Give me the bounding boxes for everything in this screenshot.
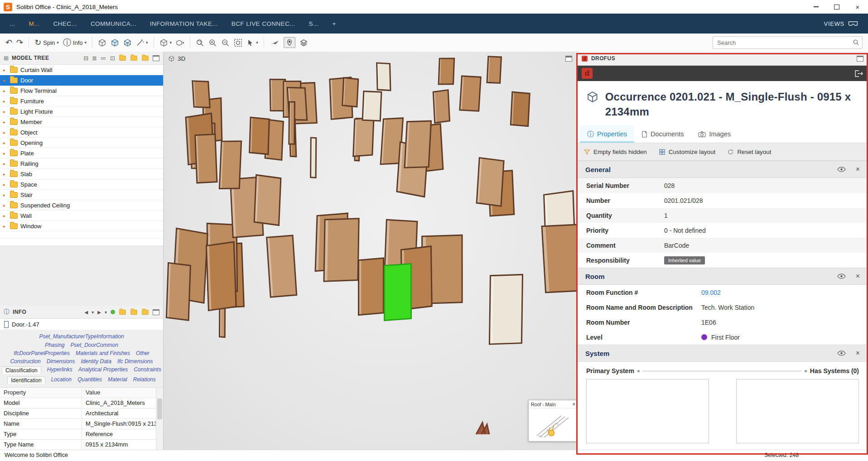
magic-select-button[interactable]: ▾ (136, 38, 148, 47)
menu-tab-communication[interactable]: COMMUNICA... (84, 20, 143, 27)
expand-arrow-icon[interactable]: ▸ (3, 182, 7, 187)
tree-item-opening[interactable]: ▸Opening (0, 138, 163, 148)
layers-button[interactable] (299, 38, 308, 47)
info-tab[interactable]: Pset_ManufacturerTypeInformation (39, 333, 124, 340)
tree-item-plate[interactable]: ▸Plate (0, 148, 163, 158)
roof-main-popup[interactable]: Roof - Main × (528, 400, 577, 442)
reset-layout-button[interactable]: Reset layout (727, 149, 771, 155)
views-button[interactable]: VIEWS (824, 20, 865, 27)
eye-icon[interactable] (837, 274, 846, 279)
prev-icon[interactable]: ◀ (85, 310, 88, 315)
empty-fields-hidden-toggle[interactable]: Empty fields hidden (583, 149, 647, 155)
table-row[interactable]: TypeReference (0, 429, 163, 440)
folder-tool-icon[interactable] (119, 55, 125, 60)
info-tab[interactable]: Relations (133, 376, 156, 384)
tree-item-furniture[interactable]: ▸Furniture (0, 96, 163, 106)
cube-mode-button[interactable] (98, 38, 106, 47)
chevron-down-icon[interactable]: ▾ (92, 310, 94, 315)
tree-item-curtain-wall[interactable]: ▸Curtain Wall (0, 65, 163, 75)
info-tab[interactable]: Ifc Dimensions (117, 358, 153, 365)
search-input[interactable] (713, 36, 863, 49)
expand-arrow-icon[interactable]: ▸ (3, 109, 7, 114)
close-section-icon[interactable]: × (856, 272, 860, 280)
redo-button[interactable]: ↷ (16, 38, 23, 47)
menu-tab-checking[interactable]: CHEC... (47, 20, 84, 27)
info-tab[interactable]: Pset_DoorCommon (71, 342, 118, 348)
expand-arrow-icon[interactable]: ▸ (3, 151, 7, 156)
info-tab[interactable]: Construction (10, 358, 40, 365)
link-selection-icon[interactable] (111, 310, 115, 314)
info-tab[interactable]: Quantities (77, 376, 102, 384)
info-tab-identification[interactable]: Identification (7, 376, 45, 384)
tree-item-slab[interactable]: ▸Slab (0, 169, 163, 179)
tree-item-space[interactable]: ▸Space (0, 179, 163, 190)
open-in-drofus-button[interactable] (854, 70, 863, 77)
expand-arrow-icon[interactable]: ▸ (3, 224, 7, 229)
folder-add-icon[interactable] (142, 55, 148, 60)
table-row[interactable]: DisciplineArchitectural (0, 408, 163, 419)
expand-arrow-icon[interactable]: ▸ (3, 213, 7, 218)
tab-documents[interactable]: Documents (634, 125, 691, 143)
panel-menu-icon[interactable] (153, 55, 159, 61)
info-tab[interactable]: Dimensions (47, 358, 75, 365)
expand-arrow-icon[interactable]: ▸ (3, 120, 7, 125)
info-tab[interactable]: Analytical Properties (78, 366, 128, 374)
primary-system-box[interactable] (586, 379, 709, 443)
tree-item-flow-terminal[interactable]: ▸Flow Terminal (0, 86, 163, 96)
tab-properties[interactable]: ⓘ Properties (580, 125, 634, 143)
filter-tree-icon[interactable]: ⊡ (110, 55, 115, 62)
menu-tab-s[interactable]: S... (302, 20, 326, 27)
expand-arrow-icon[interactable]: ▸ (3, 67, 7, 72)
tree-item-member[interactable]: ▸Member (0, 117, 163, 127)
panel-menu-icon[interactable] (153, 309, 159, 315)
info-tab[interactable]: Phasing (45, 342, 64, 348)
sort-icon[interactable]: ⊟ (83, 55, 88, 62)
spin-button[interactable]: ↻ Spin ▾ (34, 38, 59, 47)
tree-item-stair[interactable]: ▸Stair (0, 190, 163, 200)
next-icon[interactable]: ▶ (97, 310, 101, 315)
expand-arrow-icon[interactable]: ▸ (3, 99, 7, 104)
has-systems-box[interactable] (736, 379, 859, 443)
folder-add-icon[interactable] (142, 309, 148, 314)
close-section-icon[interactable]: × (856, 349, 860, 357)
zoom-window-button[interactable] (196, 38, 204, 47)
close-icon[interactable]: × (572, 401, 575, 408)
minimize-button[interactable] (805, 0, 826, 14)
folder-check-icon[interactable] (130, 55, 137, 60)
info-tab[interactable]: Location (51, 376, 72, 384)
tree-item-light-fixture[interactable]: ▸Light Fixture (0, 106, 163, 117)
look-at-button[interactable] (176, 38, 184, 47)
info-tab[interactable]: IfcDoorPanelProperties (14, 350, 70, 356)
menu-tab-information-takeoff[interactable]: INFORMATION TAKE... (143, 20, 225, 27)
menu-tab-add[interactable]: + (325, 20, 342, 27)
info-tab[interactable]: Materials and Finishes (76, 350, 130, 356)
customize-layout-button[interactable]: Customize layout (659, 149, 716, 155)
eye-icon[interactable] (837, 167, 846, 172)
collapse-all-icon[interactable]: ≔ (101, 55, 106, 62)
floorplan-mode-button[interactable] (284, 37, 295, 48)
tree-item-railing[interactable]: ▸Railing (0, 158, 163, 169)
tree-item-window[interactable]: ▸Window (0, 221, 163, 231)
room-function-link[interactable]: 09.002 (701, 289, 721, 296)
zoom-out-button[interactable] (221, 38, 230, 47)
expand-arrow-icon[interactable]: ▸ (3, 161, 7, 166)
view-preset-button[interactable]: ▾ (159, 38, 172, 47)
expand-arrow-icon[interactable]: ▸ (3, 88, 7, 93)
scrollbar-thumb[interactable] (157, 399, 162, 419)
menu-tab-overflow[interactable]: ... (3, 20, 22, 27)
expand-arrow-icon[interactable]: ▸ (3, 172, 7, 177)
scrollbar[interactable] (156, 388, 163, 450)
info-tab[interactable]: Constraints (134, 366, 161, 374)
panel-menu-icon[interactable] (857, 56, 863, 62)
chevron-down-icon[interactable]: ▾ (105, 310, 107, 315)
zoom-in-button[interactable] (208, 38, 217, 47)
tree-item-object[interactable]: ▸Object (0, 127, 163, 138)
info-tab-classification[interactable]: Classification (2, 366, 41, 374)
info-tab[interactable]: Other (136, 350, 149, 356)
expand-arrow-icon[interactable]: ▸ (3, 192, 7, 197)
maximize-button[interactable] (826, 0, 847, 14)
expand-arrow-icon[interactable]: ▸ (3, 203, 7, 208)
tab-images[interactable]: Images (691, 125, 738, 143)
viewport-3d[interactable]: 3D Roof - Main × (164, 52, 577, 450)
table-row[interactable]: Type Name0915 x 2134mm (0, 440, 163, 450)
